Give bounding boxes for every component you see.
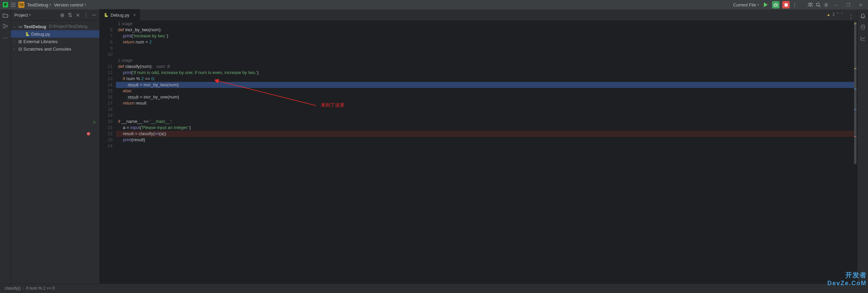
svg-point-2 xyxy=(811,3,812,4)
code-editor[interactable]: 6 7 8 9 10 11 12 13 14 15 16 17 18 19 20… xyxy=(100,21,857,283)
svg-point-1 xyxy=(809,3,810,4)
line-number[interactable]: 19 xyxy=(100,112,113,118)
line-number[interactable]: 12 xyxy=(100,70,113,76)
stop-icon xyxy=(785,3,788,6)
notifications-icon[interactable] xyxy=(861,13,865,18)
project-panel: Project ▾ ⊕ ⇅ ⨯ ⋮ ─ ⌄ ▭ TestDebug D:\Pro… xyxy=(11,10,100,283)
warning-icon: ▲ xyxy=(826,12,830,17)
line-number[interactable]: 9 xyxy=(100,45,113,51)
usage-hint: 1 usage xyxy=(116,57,857,63)
line-number[interactable]: 7 xyxy=(100,33,113,39)
tree-arrow-collapsed-icon[interactable]: › xyxy=(14,40,17,43)
window-minimize[interactable]: ─ xyxy=(831,2,841,7)
editor-area: 🐍 Debug.py ✕ ⋮ ▲ 2 ˄ ˅ 6 7 8 9 10 1 xyxy=(100,10,857,283)
inspection-count: 2 xyxy=(832,12,835,17)
run-button[interactable] xyxy=(762,1,769,8)
annotation-text: 来到了这里 xyxy=(321,102,344,108)
project-name-label: TestDebug xyxy=(27,2,48,7)
main-menu-icon[interactable] xyxy=(11,3,16,7)
breadcrumb-separator-icon: › xyxy=(23,286,24,291)
left-tool-rail: ⋯ xyxy=(0,10,11,283)
line-number[interactable]: 21 xyxy=(100,125,113,131)
hide-panel-icon[interactable]: ─ xyxy=(92,12,96,18)
tree-file-selected[interactable]: 🐍 Debug.py xyxy=(11,30,99,38)
chevron-down-icon: ▾ xyxy=(84,3,86,6)
line-number[interactable]: 16 xyxy=(100,94,113,100)
chevron-down-icon[interactable]: ▾ xyxy=(29,13,31,17)
run-config-selector[interactable]: Current File ▾ xyxy=(733,2,759,7)
window-close[interactable]: ✕ xyxy=(856,2,865,7)
line-number[interactable]: 24 xyxy=(100,143,113,149)
debug-button[interactable] xyxy=(772,1,780,8)
tree-scratches[interactable]: › ⊟ Scratches and Consoles xyxy=(11,45,99,53)
tab-close-icon[interactable]: ✕ xyxy=(133,13,136,17)
scrollbar-exec-mark[interactable] xyxy=(854,89,856,89)
library-icon: ⊞ xyxy=(18,39,22,44)
scrollbar-mark[interactable] xyxy=(854,109,856,110)
more-actions-icon[interactable]: ⋮ xyxy=(792,2,797,7)
watermark: 开发者 DevZe.CoM xyxy=(827,271,867,287)
scrollbar-thumb[interactable] xyxy=(854,21,856,164)
watermark-line1: 开发者 xyxy=(827,271,867,280)
python-file-icon: 🐍 xyxy=(104,13,108,17)
svg-rect-5 xyxy=(3,24,5,25)
gutter[interactable]: 6 7 8 9 10 11 12 13 14 15 16 17 18 19 20… xyxy=(100,21,116,283)
line-number[interactable]: 17 xyxy=(100,100,113,106)
settings-icon[interactable] xyxy=(824,2,829,7)
line-number[interactable]: 6 xyxy=(100,27,113,33)
tree-root-path: D:\Project\TestDebug xyxy=(49,24,87,29)
editor-scrollbar[interactable] xyxy=(853,21,857,283)
line-number[interactable]: 13 xyxy=(100,76,113,82)
project-badge-icon: TD xyxy=(18,2,24,8)
tree-scratches-label: Scratches and Consoles xyxy=(23,47,71,52)
line-number[interactable]: 20▷ xyxy=(100,118,113,125)
database-tool-icon[interactable] xyxy=(861,24,865,30)
scrollbar-warning-mark[interactable] xyxy=(854,23,856,24)
statusbar: classify() › if num % 2 == 0 xyxy=(0,283,868,293)
window-restore[interactable]: ❐ xyxy=(844,2,853,7)
scratches-icon: ⊟ xyxy=(18,47,22,52)
breadcrumb-item[interactable]: classify() xyxy=(5,286,21,291)
project-selector[interactable]: TestDebug ▾ xyxy=(27,2,51,7)
code-with-me-icon[interactable] xyxy=(808,2,813,7)
svg-point-0 xyxy=(775,4,777,6)
panel-options-icon[interactable]: ⋮ xyxy=(83,12,89,18)
line-number[interactable]: 11 xyxy=(100,63,113,70)
breadcrumb-item[interactable]: if num % 2 == 0 xyxy=(26,286,55,291)
project-tool-icon[interactable] xyxy=(3,13,8,18)
tab-list-icon[interactable]: ⋮ xyxy=(848,14,854,20)
search-everywhere-icon[interactable] xyxy=(816,2,821,7)
line-number[interactable]: 10 xyxy=(100,51,113,57)
more-tools-icon[interactable]: ⋯ xyxy=(3,35,8,41)
inspection-prev-icon[interactable]: ˄ xyxy=(837,12,839,17)
tree-external-libs[interactable]: › ⊞ External Libraries xyxy=(11,38,99,45)
vcs-menu[interactable]: Version control ▾ xyxy=(54,2,86,7)
expand-all-icon[interactable]: ⇅ xyxy=(68,12,72,18)
line-number[interactable]: 8 xyxy=(100,39,113,45)
svg-point-3 xyxy=(816,3,820,6)
tree-root[interactable]: ⌄ ▭ TestDebug D:\Project\TestDebug xyxy=(11,23,99,30)
inspection-next-icon[interactable]: ˅ xyxy=(841,12,843,17)
structure-tool-icon[interactable] xyxy=(3,24,8,29)
scrollbar-breakpoint-mark[interactable] xyxy=(854,136,856,137)
project-panel-title: Project xyxy=(14,13,28,18)
line-number[interactable]: 18 xyxy=(100,106,113,112)
run-gutter-icon[interactable]: ▷ xyxy=(94,119,96,125)
stop-button[interactable] xyxy=(782,1,790,8)
chevron-down-icon: ▾ xyxy=(50,3,51,6)
line-number[interactable]: 22 xyxy=(100,131,113,137)
collapse-all-icon[interactable]: ⨯ xyxy=(76,12,80,18)
line-number[interactable]: 14 xyxy=(100,82,113,88)
inspection-widget[interactable]: ▲ 2 ˄ ˅ xyxy=(826,12,843,17)
select-opened-file-icon[interactable]: ⊕ xyxy=(60,12,64,18)
line-number[interactable]: 23 xyxy=(100,137,113,143)
sciview-tool-icon[interactable] xyxy=(861,36,865,41)
breakpoint-icon[interactable] xyxy=(87,132,90,135)
editor-tab-active[interactable]: 🐍 Debug.py ✕ xyxy=(100,9,140,20)
scrollbar-warning-mark[interactable] xyxy=(854,68,856,69)
tree-arrow-collapsed-icon[interactable]: › xyxy=(14,47,17,51)
svg-point-4 xyxy=(825,4,827,5)
code-content[interactable]: 1 usage def incr_by_two(num): print('Inc… xyxy=(116,21,857,283)
line-number[interactable]: 15 xyxy=(100,88,113,94)
tree-arrow-expanded-icon[interactable]: ⌄ xyxy=(14,25,17,28)
